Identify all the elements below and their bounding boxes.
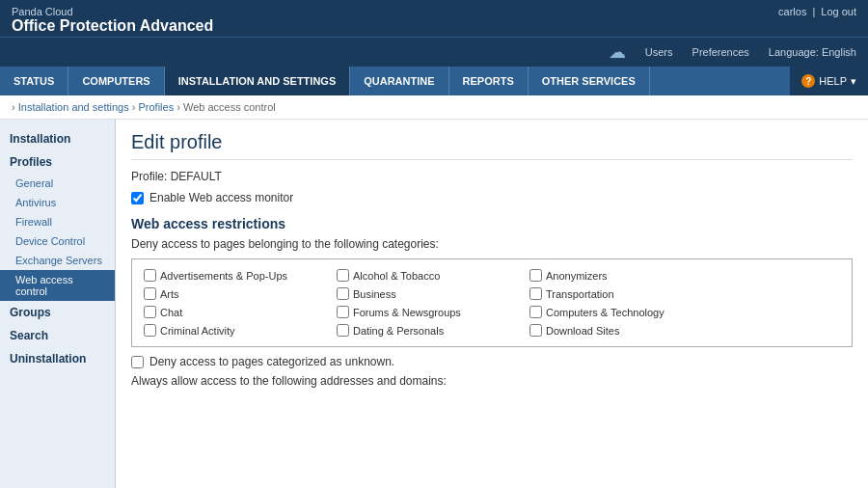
cb-criminal[interactable]	[144, 324, 156, 337]
cb-business[interactable]	[337, 287, 349, 300]
deny-desc: Deny access to pages belonging to the fo…	[131, 237, 853, 251]
also-label: Always allow access to the following add…	[131, 374, 853, 388]
nav-other-services[interactable]: Other Services	[529, 67, 650, 95]
username: carlos	[778, 6, 806, 17]
sidebar-profiles[interactable]: Profiles	[0, 150, 115, 174]
categories-row-2: Chat Forums & Newsgroups Computers & Tec…	[140, 304, 844, 320]
help-circle-icon: ?	[801, 74, 815, 88]
category-forums: Forums & Newsgroups	[333, 304, 526, 320]
nav-quarantine[interactable]: Quarantine	[350, 67, 448, 95]
sidebar-web-access[interactable]: Web access control	[0, 270, 115, 301]
breadcrumb-arrow: ›	[12, 101, 15, 113]
category-criminal: Criminal Activity	[140, 322, 333, 339]
nav-installation[interactable]: Installation and Settings	[165, 67, 351, 95]
categories-row-0: Advertisements & Pop-Ups Alcohol & Tobac…	[140, 267, 844, 284]
categories-box: Advertisements & Pop-Ups Alcohol & Tobac…	[131, 258, 853, 347]
enable-web-label: Enable Web access monitor	[149, 191, 293, 204]
category-ads: Advertisements & Pop-Ups	[140, 267, 333, 284]
nav-reports[interactable]: Reports	[449, 67, 529, 95]
sidebar-general[interactable]: General	[0, 174, 115, 193]
enable-web-checkbox[interactable]	[131, 192, 144, 204]
cb-dating[interactable]	[337, 324, 349, 337]
categories-row-3: Criminal Activity Dating & Personals Dow…	[140, 322, 844, 339]
profile-label: Profile: DEFAULT	[131, 170, 853, 183]
sidebar: Installation Profiles General Antivirus …	[0, 120, 116, 488]
cb-download[interactable]	[529, 324, 542, 337]
header-user-area: carlos | Log out	[778, 6, 856, 17]
header-top: Panda Cloud Office Protection Advanced c…	[0, 0, 868, 37]
sidebar-installation[interactable]: Installation	[0, 127, 115, 150]
category-arts: Arts	[140, 285, 333, 302]
separator: |	[812, 6, 815, 17]
app-title-block: Panda Cloud Office Protection Advanced	[12, 6, 213, 35]
header-nav: ☁ Users Preferences Language: English	[0, 37, 868, 67]
sidebar-antivirus[interactable]: Antivirus	[0, 193, 115, 212]
category-alcohol: Alcohol & Tobacco	[333, 267, 526, 284]
categories-row-1: Arts Business Transportation	[140, 285, 844, 302]
cb-transport[interactable]	[529, 287, 542, 300]
breadcrumb-current: Web access control	[183, 101, 276, 113]
deny-unknown-checkbox[interactable]	[131, 356, 144, 368]
cb-ads[interactable]	[144, 269, 156, 282]
app-title-small: Panda Cloud	[12, 6, 213, 17]
help-button[interactable]: ? HELP ▾	[790, 67, 868, 95]
main-content: Edit profile Profile: DEFAULT Enable Web…	[116, 120, 868, 488]
deny-unknown-row: Deny access to pages categorized as unkn…	[131, 355, 853, 368]
sidebar-device-control[interactable]: Device Control	[0, 231, 115, 251]
logout-link[interactable]: Log out	[821, 6, 856, 17]
main-nav: Status Computers Installation and Settin…	[0, 67, 868, 95]
breadcrumb: › Installation and settings › Profiles ›…	[0, 95, 868, 120]
nav-status[interactable]: Status	[0, 67, 68, 95]
sidebar-firewall[interactable]: Firewall	[0, 212, 115, 231]
sidebar-exchange-servers[interactable]: Exchange Servers	[0, 251, 115, 270]
category-transport: Transportation	[526, 285, 719, 302]
page-title: Edit profile	[131, 131, 853, 160]
sidebar-uninstallation[interactable]: Uninstallation	[0, 347, 115, 370]
sidebar-groups[interactable]: Groups	[0, 301, 115, 324]
breadcrumb-installation[interactable]: Installation and settings	[18, 101, 129, 113]
sidebar-search[interactable]: Search	[0, 324, 115, 347]
breadcrumb-profiles[interactable]: Profiles	[139, 101, 175, 113]
app-title-large: Office Protection Advanced	[12, 17, 213, 35]
help-label: HELP	[819, 75, 847, 87]
nav-users[interactable]: Users	[645, 46, 673, 58]
breadcrumb-sep1: ›	[132, 101, 139, 113]
cb-chat[interactable]	[144, 306, 156, 318]
nav-preferences[interactable]: Preferences	[692, 46, 749, 58]
enable-web-row: Enable Web access monitor	[131, 191, 853, 204]
nav-computers[interactable]: Computers	[68, 67, 164, 95]
restrictions-title: Web access restrictions	[131, 216, 853, 231]
cb-anon[interactable]	[529, 269, 542, 282]
content-wrapper: Installation Profiles General Antivirus …	[0, 120, 868, 488]
cloud-icon: ☁	[609, 41, 626, 63]
category-dating: Dating & Personals	[333, 322, 526, 339]
category-computers: Computers & Technology	[526, 304, 719, 320]
help-chevron-icon: ▾	[851, 75, 856, 88]
cb-arts[interactable]	[144, 287, 156, 300]
breadcrumb-sep2: ›	[176, 101, 183, 113]
category-chat: Chat	[140, 304, 333, 320]
nav-language[interactable]: Language: English	[769, 46, 856, 58]
category-anon: Anonymizers	[526, 267, 719, 284]
cb-forums[interactable]	[337, 306, 349, 318]
category-business: Business	[333, 285, 526, 302]
deny-unknown-label: Deny access to pages categorized as unkn…	[149, 355, 394, 368]
cb-alcohol[interactable]	[337, 269, 349, 282]
cb-computers[interactable]	[529, 306, 542, 318]
category-download: Download Sites	[526, 322, 719, 339]
